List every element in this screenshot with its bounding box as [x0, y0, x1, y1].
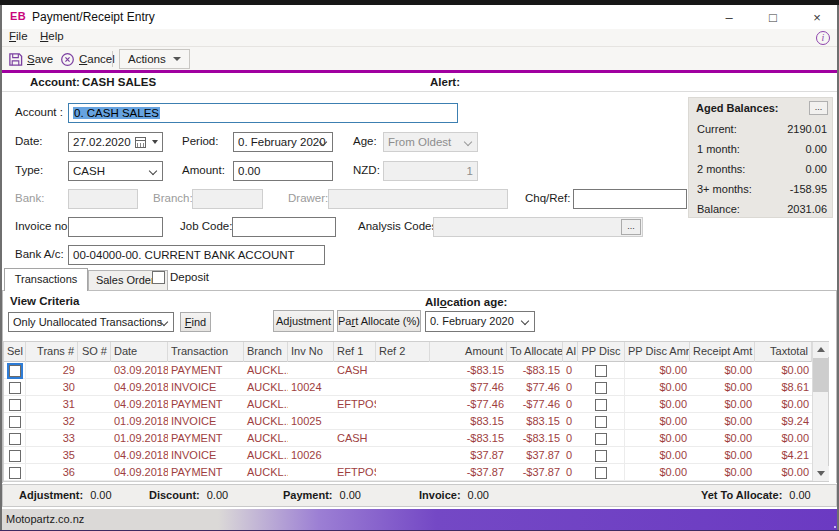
grid-cell-pp_disc_amnt[interactable]: $0.00	[625, 362, 690, 379]
checkbox-cell-pp_disc[interactable]	[578, 430, 625, 447]
grid-cell-branch[interactable]: AUCKL...	[244, 362, 288, 379]
grid-cell-amount[interactable]: $37.87	[430, 447, 507, 464]
row-select-checkbox[interactable]	[9, 416, 21, 428]
grid-cell-so_no[interactable]	[78, 396, 111, 413]
grid-cell-so_no[interactable]	[78, 430, 111, 447]
period-select[interactable]: 0. February 2020	[233, 132, 333, 152]
grid-cell-pp_disc_amnt[interactable]: $0.00	[625, 396, 690, 413]
grid-cell-receipt_amt[interactable]: $0.00	[690, 464, 755, 481]
grid-cell-ref1[interactable]: EFTPOS	[334, 396, 376, 413]
checkbox-cell-sel[interactable]	[4, 430, 26, 447]
view-criteria-filter-select[interactable]: Only Unallocated Transactions	[8, 312, 174, 332]
aged-balances-browse-button[interactable]: ...	[809, 101, 828, 115]
grid-cell-inv_no[interactable]: 10026	[288, 447, 334, 464]
grid-cell-pp_disc_amnt[interactable]: $0.00	[625, 447, 690, 464]
table-row[interactable]: 3504.09.2018INVOICEAUCKL...10026$37.87$3…	[4, 447, 812, 464]
checkbox-cell-pp_disc[interactable]	[578, 362, 625, 379]
type-select[interactable]: CASH	[68, 161, 163, 181]
grid-cell-receipt_amt[interactable]: $0.00	[690, 362, 755, 379]
checkbox-cell-sel[interactable]	[4, 447, 26, 464]
grid-cell-to_allocate[interactable]: $37.87	[507, 447, 563, 464]
checkbox-cell-pp_disc[interactable]	[578, 413, 625, 430]
row-select-checkbox[interactable]	[9, 399, 21, 411]
grid-cell-taxtotal[interactable]: $4.21	[755, 447, 812, 464]
grid-cell-ref2[interactable]	[376, 464, 430, 481]
grid-cell-to_allocate[interactable]: -$77.46	[507, 396, 563, 413]
date-input[interactable]: 27.02.2020	[68, 132, 163, 152]
allocation-age-select[interactable]: 0. February 2020	[425, 311, 535, 332]
pp-disc-checkbox[interactable]	[595, 467, 607, 479]
grid-cell-to_allocate[interactable]: -$83.15	[507, 430, 563, 447]
grid-cell-transaction[interactable]: INVOICE	[168, 413, 244, 430]
grid-cell-trans_no[interactable]: 35	[26, 447, 78, 464]
grid-cell-ref2[interactable]	[376, 447, 430, 464]
table-row[interactable]: 3004.09.2018INVOICEAUCKL...10024$77.46$7…	[4, 379, 812, 396]
grid-cell-branch[interactable]: AUCKL...	[244, 413, 288, 430]
deposit-checkbox[interactable]	[152, 271, 165, 284]
grid-cell-transaction[interactable]: INVOICE	[168, 447, 244, 464]
checkbox-cell-sel[interactable]	[4, 379, 26, 396]
grid-cell-taxtotal[interactable]: $0.00	[755, 430, 812, 447]
grid-cell-ai[interactable]: 0	[563, 362, 578, 379]
close-button[interactable]: ×	[795, 5, 839, 29]
row-select-checkbox[interactable]	[9, 433, 21, 445]
grid-cell-receipt_amt[interactable]: $0.00	[690, 379, 755, 396]
adjustment-button[interactable]: Adjustment	[273, 310, 334, 332]
invoice-no-input[interactable]	[68, 217, 163, 237]
checkbox-cell-pp_disc[interactable]	[578, 447, 625, 464]
grid-cell-to_allocate[interactable]: $77.46	[507, 379, 563, 396]
grid-cell-amount[interactable]: $83.15	[430, 413, 507, 430]
grid-cell-inv_no[interactable]: 10024	[288, 379, 334, 396]
column-header-ai[interactable]: AI	[563, 342, 578, 362]
menu-file[interactable]: File	[5, 30, 32, 42]
column-header-taxtotal[interactable]: Taxtotal	[755, 342, 812, 362]
grid-cell-so_no[interactable]	[78, 413, 111, 430]
grid-cell-transaction[interactable]: INVOICE	[168, 379, 244, 396]
grid-cell-branch[interactable]: AUCKL...	[244, 430, 288, 447]
grid-cell-ref1[interactable]: CASH	[334, 362, 376, 379]
resize-grip-icon[interactable]	[834, 526, 836, 528]
analysis-codes-browse-button[interactable]: ...	[621, 219, 641, 235]
grid-cell-taxtotal[interactable]: $0.00	[755, 464, 812, 481]
grid-cell-amount[interactable]: -$77.46	[430, 396, 507, 413]
grid-cell-taxtotal[interactable]: $0.00	[755, 362, 812, 379]
column-header-ref1[interactable]: Ref 1	[334, 342, 376, 362]
row-select-checkbox[interactable]	[9, 467, 21, 479]
minimize-button[interactable]: –	[707, 5, 751, 29]
cancel-button[interactable]: Cancel	[56, 49, 119, 69]
grid-cell-ai[interactable]: 0	[563, 464, 578, 481]
grid-cell-ai[interactable]: 0	[563, 447, 578, 464]
grid-cell-to_allocate[interactable]: $83.15	[507, 413, 563, 430]
grid-cell-ref2[interactable]	[376, 362, 430, 379]
grid-cell-trans_no[interactable]: 32	[26, 413, 78, 430]
checkbox-cell-sel[interactable]	[4, 413, 26, 430]
grid-cell-ref2[interactable]	[376, 413, 430, 430]
date-picker-button[interactable]	[135, 136, 159, 149]
grid-cell-branch[interactable]: AUCKL...	[244, 396, 288, 413]
grid-cell-transaction[interactable]: PAYMENT	[168, 464, 244, 481]
row-select-checkbox[interactable]	[9, 450, 21, 462]
grid-cell-transaction[interactable]: PAYMENT	[168, 396, 244, 413]
grid-cell-ref1[interactable]: CASH	[334, 430, 376, 447]
checkbox-cell-pp_disc[interactable]	[578, 464, 625, 481]
column-header-sel[interactable]: Sel	[4, 342, 26, 362]
grid-cell-pp_disc_amnt[interactable]: $0.00	[625, 430, 690, 447]
grid-cell-ref2[interactable]	[376, 379, 430, 396]
grid-cell-pp_disc_amnt[interactable]: $0.00	[625, 413, 690, 430]
checkbox-cell-sel[interactable]	[4, 362, 26, 379]
part-allocate-button[interactable]: Part Allocate (%)	[337, 310, 421, 332]
grid-cell-transaction[interactable]: PAYMENT	[168, 430, 244, 447]
save-button[interactable]: Save	[4, 49, 57, 69]
grid-cell-trans_no[interactable]: 31	[26, 396, 78, 413]
table-row[interactable]: 3604.09.2018PAYMENTAUCKL...EFTPOS-$37.87…	[4, 464, 812, 481]
grid-cell-date[interactable]: 04.09.2018	[111, 447, 168, 464]
column-header-amount[interactable]: Amount	[430, 342, 507, 362]
grid-cell-ai[interactable]: 0	[563, 396, 578, 413]
find-button[interactable]: Find	[180, 312, 211, 332]
grid-cell-receipt_amt[interactable]: $0.00	[690, 430, 755, 447]
grid-cell-to_allocate[interactable]: -$83.15	[507, 362, 563, 379]
pp-disc-checkbox[interactable]	[595, 416, 607, 428]
grid-cell-branch[interactable]: AUCKL...	[244, 464, 288, 481]
scrollbar-thumb[interactable]	[813, 358, 828, 392]
scroll-up-button[interactable]	[813, 342, 829, 357]
